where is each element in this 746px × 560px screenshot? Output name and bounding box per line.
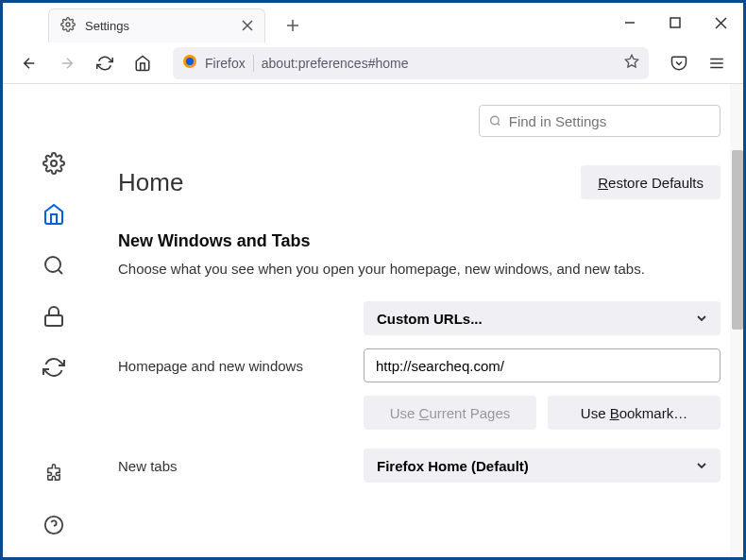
svg-point-8 xyxy=(51,161,57,166)
dropdown-value: Firefox Home (Default) xyxy=(377,458,529,474)
homepage-mode-dropdown[interactable]: Custom URLs... xyxy=(364,301,721,335)
close-window-button[interactable] xyxy=(698,3,743,42)
search-icon xyxy=(489,114,501,127)
find-in-settings[interactable] xyxy=(479,105,721,137)
homepage-label: Homepage and new windows xyxy=(118,358,364,374)
forward-button xyxy=(52,48,82,78)
svg-point-0 xyxy=(66,23,70,26)
sidebar-item-general[interactable] xyxy=(33,143,75,184)
svg-point-9 xyxy=(45,257,60,272)
tab-title: Settings xyxy=(85,19,129,33)
svg-marker-4 xyxy=(625,55,637,67)
newtabs-dropdown[interactable]: Firefox Home (Default) xyxy=(364,449,721,483)
sidebar-item-privacy[interactable] xyxy=(33,296,75,337)
scrollbar-thumb[interactable] xyxy=(732,150,743,330)
dropdown-value: Custom URLs... xyxy=(377,311,483,327)
chevron-down-icon xyxy=(696,311,707,327)
sidebar-item-search[interactable] xyxy=(33,245,75,286)
section-title: New Windows and Tabs xyxy=(118,231,721,251)
maximize-button[interactable] xyxy=(653,3,698,42)
section-description: Choose what you see when you open your h… xyxy=(118,261,721,277)
pocket-button[interactable] xyxy=(664,48,694,78)
bookmark-star-icon[interactable] xyxy=(624,54,639,73)
close-icon[interactable] xyxy=(242,18,253,35)
new-tab-button[interactable] xyxy=(279,11,307,41)
minimize-button[interactable] xyxy=(607,3,653,42)
svg-rect-11 xyxy=(45,315,62,326)
gear-icon xyxy=(60,17,76,36)
page-title: Home xyxy=(118,168,183,197)
address-url: about:preferences#home xyxy=(262,56,409,71)
menu-button[interactable] xyxy=(702,48,732,78)
navigation-toolbar: Firefox about:preferences#home xyxy=(3,42,743,84)
reload-button[interactable] xyxy=(90,48,120,78)
window-controls xyxy=(607,3,743,42)
scrollbar-track[interactable] xyxy=(730,84,743,557)
svg-rect-1 xyxy=(670,18,680,27)
svg-point-3 xyxy=(186,58,194,65)
restore-defaults-button[interactable]: Restore Defaults xyxy=(581,165,721,199)
content-area: Home Restore Defaults New Windows and Ta… xyxy=(3,84,743,557)
newtabs-label: New tabs xyxy=(118,458,364,474)
address-bar[interactable]: Firefox about:preferences#home xyxy=(173,47,649,79)
back-button[interactable] xyxy=(14,48,44,78)
sidebar-item-extensions[interactable] xyxy=(33,453,75,495)
svg-line-15 xyxy=(498,123,500,125)
browser-tab[interactable]: Settings xyxy=(48,8,265,42)
address-separator xyxy=(253,55,254,72)
use-bookmark-button[interactable]: Use Bookmark… xyxy=(548,396,721,430)
address-label: Firefox xyxy=(205,56,246,71)
sidebar-item-home[interactable] xyxy=(33,194,75,235)
use-current-pages-button[interactable]: Use Current Pages xyxy=(364,396,536,430)
home-button[interactable] xyxy=(127,48,158,78)
svg-line-10 xyxy=(59,270,62,274)
svg-point-14 xyxy=(491,116,500,125)
firefox-icon xyxy=(182,54,197,73)
sidebar-item-help[interactable] xyxy=(33,504,75,546)
settings-main: Home Restore Defaults New Windows and Ta… xyxy=(105,84,743,557)
sidebar-item-sync[interactable] xyxy=(33,347,75,388)
chevron-down-icon xyxy=(696,458,707,474)
titlebar: Settings xyxy=(3,3,743,42)
settings-sidebar xyxy=(3,84,105,557)
homepage-url-input[interactable] xyxy=(364,348,721,382)
search-input[interactable] xyxy=(509,113,710,129)
